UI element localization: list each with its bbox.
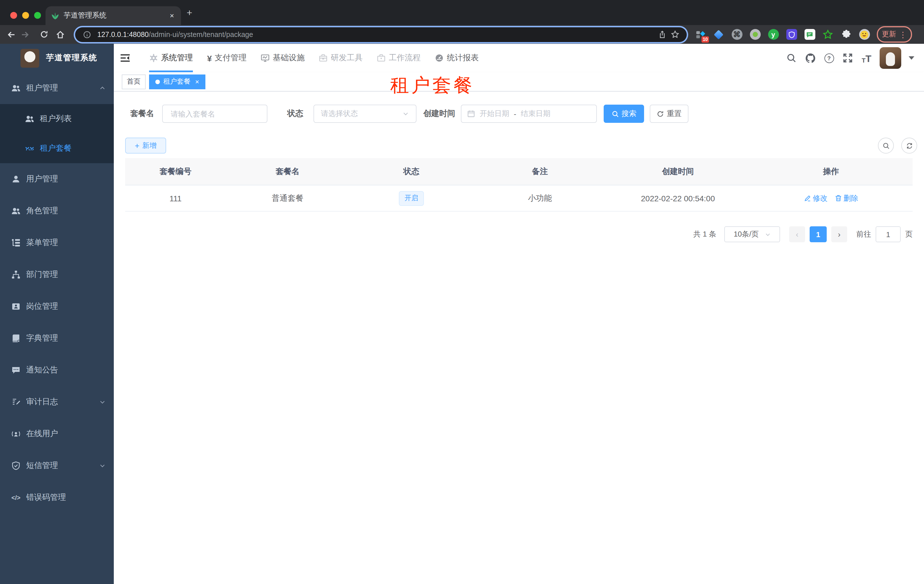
- add-button[interactable]: + 新增: [125, 138, 166, 153]
- reload-icon[interactable]: [37, 28, 51, 41]
- gem-extension-icon[interactable]: [713, 29, 724, 40]
- font-size-icon[interactable]: TT: [861, 52, 872, 64]
- sidebar-item-tenant-package[interactable]: 租户套餐: [0, 133, 114, 163]
- logo-avatar: [20, 49, 39, 67]
- github-icon[interactable]: [805, 52, 816, 64]
- new-tab-button[interactable]: +: [186, 7, 192, 19]
- dashboard-icon: [435, 53, 444, 63]
- sidebar-item-tenant-list[interactable]: 租户列表: [0, 104, 114, 133]
- minimize-window-button[interactable]: [22, 12, 29, 19]
- tag-close-icon[interactable]: ×: [195, 77, 199, 86]
- chevron-down-icon: [402, 110, 409, 117]
- puzzle-extensions-icon[interactable]: [840, 29, 852, 40]
- goto-page-input[interactable]: [876, 226, 901, 242]
- sidebar-fold-icon[interactable]: [115, 44, 135, 72]
- search-label: 搜索: [622, 109, 636, 119]
- users-icon: [12, 84, 20, 93]
- sidebar: 芋道管理系统 租户管理 租户列表 租户套餐 用户管理: [0, 44, 114, 584]
- topnav-label: 工作流程: [389, 53, 421, 63]
- topnav-system[interactable]: 系统管理: [149, 44, 193, 72]
- sidebar-item-post-management[interactable]: 岗位管理: [0, 291, 114, 322]
- tag-label: 首页: [127, 77, 140, 86]
- date-range-picker[interactable]: 开始日期 - 结束日期: [461, 105, 597, 123]
- status-select[interactable]: 请选择状态: [314, 105, 416, 123]
- sidebar-item-menu-management[interactable]: 菜单管理: [0, 227, 114, 259]
- column-header: 备注: [474, 166, 607, 176]
- sidebar-item-label: 通知公告: [26, 365, 58, 375]
- sidebar-item-label: 租户列表: [40, 114, 72, 124]
- emoji-extension-icon[interactable]: [858, 29, 870, 40]
- browser-tabstrip: 芋道管理系统 × +: [0, 0, 924, 25]
- avatar-dropdown-caret-icon[interactable]: [909, 56, 914, 60]
- site-info-icon[interactable]: [81, 30, 93, 38]
- badge-icon: [12, 302, 20, 311]
- sidebar-item-role-management[interactable]: 角色管理: [0, 195, 114, 227]
- tag-label: 租户套餐: [163, 77, 191, 86]
- topnav-reports[interactable]: 统计报表: [435, 44, 479, 72]
- sidebar-item-tenant-management[interactable]: 租户管理: [0, 72, 114, 104]
- sidebar-item-label: 部门管理: [26, 270, 58, 280]
- sidebar-item-online-users[interactable]: 在线用户: [0, 418, 114, 450]
- package-name-input[interactable]: [170, 109, 260, 118]
- browser-update-button[interactable]: 更新 ⋮: [877, 26, 912, 43]
- app-root: 芋道管理系统 租户管理 租户列表 租户套餐 用户管理: [0, 44, 924, 584]
- url-bar[interactable]: 127.0.0.1:48080/admin-ui/system/tenant/p…: [75, 27, 687, 42]
- search-button[interactable]: 搜索: [604, 105, 644, 123]
- show-search-toggle-icon[interactable]: [878, 138, 894, 153]
- browser-menu-kebab-icon[interactable]: ⋮: [899, 30, 907, 39]
- recorder-extension-icon[interactable]: [749, 29, 761, 40]
- close-window-button[interactable]: [10, 12, 17, 19]
- browser-tab[interactable]: 芋道管理系统 ×: [46, 6, 181, 25]
- table-row[interactable]: 111 普通套餐 开启 小功能 2022-02-22 00:54:00 修改 删…: [125, 185, 912, 211]
- reset-button[interactable]: 重置: [650, 105, 688, 123]
- search-icon[interactable]: [786, 52, 797, 64]
- cell-actions: 修改 删除: [749, 193, 912, 203]
- current-page-button[interactable]: 1: [810, 226, 827, 242]
- prev-page-button[interactable]: ‹: [789, 226, 805, 242]
- topnav-dev-tools[interactable]: 研发工具: [319, 44, 363, 72]
- chat-extension-icon[interactable]: [804, 29, 815, 40]
- topnav-infrastructure[interactable]: 基础设施: [261, 44, 305, 72]
- help-icon[interactable]: ?: [823, 52, 835, 64]
- url-text[interactable]: 127.0.0.1:48080/admin-ui/system/tenant/p…: [97, 30, 656, 38]
- topnav-payment[interactable]: ¥ 支付管理: [207, 44, 247, 72]
- maximize-window-button[interactable]: [34, 12, 41, 19]
- sidebar-item-error-code[interactable]: </> 错误码管理: [0, 482, 114, 513]
- data-table: 套餐编号 套餐名 状态 备注 创建时间 操作 111 普通套餐 开启 小功能 2…: [125, 158, 912, 212]
- topnav-workflow[interactable]: 工作流程: [377, 44, 421, 72]
- refresh-table-icon[interactable]: [901, 138, 917, 153]
- edit-link[interactable]: 修改: [804, 193, 828, 203]
- star-extension-icon[interactable]: [822, 29, 833, 40]
- bookmark-star-icon[interactable]: [668, 30, 681, 39]
- sidebar-item-user-management[interactable]: 用户管理: [0, 163, 114, 195]
- reset-label: 重置: [667, 109, 681, 119]
- sidebar-item-dict-management[interactable]: 字典管理: [0, 322, 114, 354]
- sidebar-item-dept-management[interactable]: 部门管理: [0, 259, 114, 291]
- page-size-select[interactable]: 10条/页: [724, 226, 780, 242]
- sidebar-logo[interactable]: 芋道管理系统: [0, 44, 114, 72]
- y-extension-icon[interactable]: y: [767, 29, 779, 40]
- command-extension-icon[interactable]: ⌘: [731, 29, 742, 40]
- package-name-label: 套餐名: [130, 109, 154, 119]
- share-icon[interactable]: [656, 30, 668, 38]
- chevron-down-icon: [99, 462, 106, 469]
- forward-icon[interactable]: [18, 28, 32, 41]
- fullscreen-icon[interactable]: [842, 52, 853, 64]
- user-avatar[interactable]: [879, 47, 901, 69]
- sidebar-item-audit-log[interactable]: 审计日志: [0, 386, 114, 418]
- window-controls[interactable]: [10, 12, 41, 19]
- back-icon[interactable]: [5, 28, 18, 41]
- home-icon[interactable]: [53, 28, 67, 41]
- tag-home[interactable]: 首页: [122, 74, 146, 89]
- delete-label: 删除: [843, 193, 858, 203]
- sidebar-item-notice[interactable]: 通知公告: [0, 354, 114, 386]
- delete-link[interactable]: 删除: [834, 193, 858, 203]
- sidebar-item-label: 用户管理: [26, 174, 58, 184]
- sidebar-item-sms-management[interactable]: 短信管理: [0, 450, 114, 482]
- next-page-button[interactable]: ›: [831, 226, 847, 242]
- create-time-label: 创建时间: [423, 109, 455, 119]
- tag-tenant-package[interactable]: 租户套餐 ×: [149, 74, 205, 89]
- tab-manager-extension-icon[interactable]: 10: [695, 29, 706, 40]
- tab-close-icon[interactable]: ×: [169, 12, 175, 20]
- shield-extension-icon[interactable]: [786, 29, 797, 40]
